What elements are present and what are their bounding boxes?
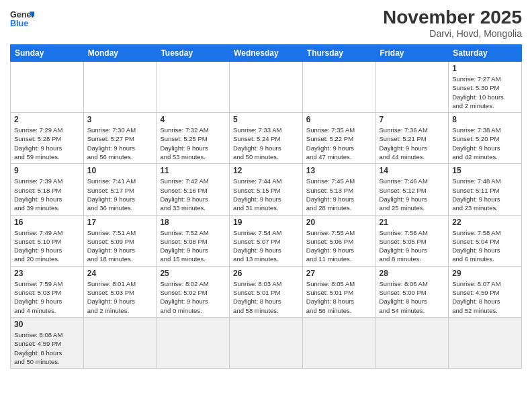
day-number: 24	[87, 269, 153, 278]
calendar-day-cell	[157, 62, 230, 113]
calendar-day-cell: 24Sunrise: 8:01 AM Sunset: 5:03 PM Dayli…	[83, 266, 157, 317]
calendar-day-cell: 3Sunrise: 7:30 AM Sunset: 5:27 PM Daylig…	[83, 113, 157, 164]
day-number: 9	[14, 166, 80, 175]
logo-icon: General Blue	[10, 7, 34, 31]
title-block: November 2025 Darvi, Hovd, Mongolia	[383, 7, 522, 39]
calendar-day-cell: 22Sunrise: 7:58 AM Sunset: 5:04 PM Dayli…	[449, 215, 522, 266]
calendar-week-row: 1Sunrise: 7:27 AM Sunset: 5:30 PM Daylig…	[11, 62, 522, 113]
calendar-week-row: 23Sunrise: 7:59 AM Sunset: 5:03 PM Dayli…	[11, 266, 522, 317]
calendar-day-cell	[375, 317, 449, 368]
calendar-day-cell: 17Sunrise: 7:51 AM Sunset: 5:09 PM Dayli…	[83, 215, 157, 266]
svg-text:Blue: Blue	[10, 19, 28, 28]
day-number: 16	[14, 218, 80, 227]
calendar-day-cell	[83, 62, 157, 113]
day-number: 8	[452, 115, 518, 124]
weekday-header-row: Sunday Monday Tuesday Wednesday Thursday…	[11, 45, 522, 62]
day-info: Sunrise: 7:52 AM Sunset: 5:08 PM Dayligh…	[160, 228, 226, 264]
calendar-day-cell: 28Sunrise: 8:06 AM Sunset: 5:00 PM Dayli…	[375, 266, 449, 317]
day-info: Sunrise: 7:44 AM Sunset: 5:15 PM Dayligh…	[233, 177, 299, 212]
day-number: 28	[380, 269, 445, 278]
day-info: Sunrise: 7:27 AM Sunset: 5:30 PM Dayligh…	[452, 75, 518, 110]
calendar-day-cell: 9Sunrise: 7:39 AM Sunset: 5:18 PM Daylig…	[11, 164, 84, 215]
calendar-day-cell: 30Sunrise: 8:08 AM Sunset: 4:59 PM Dayli…	[11, 317, 84, 368]
month-year-heading: November 2025	[383, 7, 522, 28]
day-number: 23	[14, 269, 80, 278]
day-number: 15	[452, 166, 518, 175]
day-info: Sunrise: 8:05 AM Sunset: 5:01 PM Dayligh…	[306, 279, 372, 315]
calendar-day-cell: 25Sunrise: 8:02 AM Sunset: 5:02 PM Dayli…	[157, 266, 230, 317]
day-number: 1	[452, 64, 518, 73]
day-info: Sunrise: 7:30 AM Sunset: 5:27 PM Dayligh…	[87, 126, 153, 161]
calendar-day-cell	[11, 62, 84, 113]
calendar-day-cell: 2Sunrise: 7:29 AM Sunset: 5:28 PM Daylig…	[11, 113, 84, 164]
logo: General Blue	[10, 7, 34, 31]
calendar-day-cell: 5Sunrise: 7:33 AM Sunset: 5:24 PM Daylig…	[230, 113, 303, 164]
header-sunday: Sunday	[11, 45, 84, 62]
day-number: 29	[452, 269, 518, 278]
calendar-day-cell	[302, 317, 375, 368]
header-saturday: Saturday	[449, 45, 522, 62]
day-info: Sunrise: 7:29 AM Sunset: 5:28 PM Dayligh…	[14, 126, 80, 161]
day-info: Sunrise: 7:56 AM Sunset: 5:05 PM Dayligh…	[380, 228, 445, 264]
day-info: Sunrise: 7:41 AM Sunset: 5:17 PM Dayligh…	[87, 177, 153, 212]
calendar-day-cell: 20Sunrise: 7:55 AM Sunset: 5:06 PM Dayli…	[302, 215, 375, 266]
day-number: 7	[380, 115, 445, 124]
day-info: Sunrise: 7:48 AM Sunset: 5:11 PM Dayligh…	[452, 177, 518, 212]
day-info: Sunrise: 7:55 AM Sunset: 5:06 PM Dayligh…	[306, 228, 372, 264]
calendar-day-cell: 12Sunrise: 7:44 AM Sunset: 5:15 PM Dayli…	[230, 164, 303, 215]
header-thursday: Thursday	[302, 45, 375, 62]
day-number: 19	[233, 218, 299, 227]
day-number: 27	[306, 269, 372, 278]
day-info: Sunrise: 8:08 AM Sunset: 4:59 PM Dayligh…	[14, 330, 80, 366]
calendar-day-cell	[302, 62, 375, 113]
day-info: Sunrise: 7:49 AM Sunset: 5:10 PM Dayligh…	[14, 228, 80, 264]
day-info: Sunrise: 7:54 AM Sunset: 5:07 PM Dayligh…	[233, 228, 299, 264]
day-number: 12	[233, 166, 299, 175]
calendar-day-cell: 29Sunrise: 8:07 AM Sunset: 4:59 PM Dayli…	[449, 266, 522, 317]
day-info: Sunrise: 7:58 AM Sunset: 5:04 PM Dayligh…	[452, 228, 518, 264]
calendar-day-cell	[449, 317, 522, 368]
day-info: Sunrise: 7:42 AM Sunset: 5:16 PM Dayligh…	[160, 177, 226, 212]
day-number: 11	[160, 166, 226, 175]
day-info: Sunrise: 8:01 AM Sunset: 5:03 PM Dayligh…	[87, 279, 153, 315]
calendar-day-cell: 23Sunrise: 7:59 AM Sunset: 5:03 PM Dayli…	[11, 266, 84, 317]
calendar-week-row: 9Sunrise: 7:39 AM Sunset: 5:18 PM Daylig…	[11, 164, 522, 215]
calendar-day-cell: 19Sunrise: 7:54 AM Sunset: 5:07 PM Dayli…	[230, 215, 303, 266]
calendar-day-cell: 4Sunrise: 7:32 AM Sunset: 5:25 PM Daylig…	[157, 113, 230, 164]
calendar-day-cell: 21Sunrise: 7:56 AM Sunset: 5:05 PM Dayli…	[375, 215, 449, 266]
day-number: 25	[160, 269, 226, 278]
day-number: 18	[160, 218, 226, 227]
day-number: 22	[452, 218, 518, 227]
calendar-day-cell: 7Sunrise: 7:36 AM Sunset: 5:21 PM Daylig…	[375, 113, 449, 164]
calendar-day-cell: 1Sunrise: 7:27 AM Sunset: 5:30 PM Daylig…	[449, 62, 522, 113]
calendar-day-cell: 10Sunrise: 7:41 AM Sunset: 5:17 PM Dayli…	[83, 164, 157, 215]
calendar-day-cell	[230, 317, 303, 368]
calendar-day-cell: 15Sunrise: 7:48 AM Sunset: 5:11 PM Dayli…	[449, 164, 522, 215]
calendar-day-cell	[157, 317, 230, 368]
calendar-day-cell: 26Sunrise: 8:03 AM Sunset: 5:01 PM Dayli…	[230, 266, 303, 317]
day-info: Sunrise: 8:02 AM Sunset: 5:02 PM Dayligh…	[160, 279, 226, 315]
calendar-day-cell	[375, 62, 449, 113]
header-tuesday: Tuesday	[157, 45, 230, 62]
day-number: 13	[306, 166, 372, 175]
calendar-day-cell: 14Sunrise: 7:46 AM Sunset: 5:12 PM Dayli…	[375, 164, 449, 215]
day-number: 6	[306, 115, 372, 124]
day-number: 10	[87, 166, 153, 175]
day-info: Sunrise: 7:39 AM Sunset: 5:18 PM Dayligh…	[14, 177, 80, 212]
calendar-day-cell	[83, 317, 157, 368]
day-info: Sunrise: 7:51 AM Sunset: 5:09 PM Dayligh…	[87, 228, 153, 264]
header-wednesday: Wednesday	[230, 45, 303, 62]
day-number: 3	[87, 115, 153, 124]
location-heading: Darvi, Hovd, Mongolia	[383, 28, 522, 39]
day-info: Sunrise: 7:33 AM Sunset: 5:24 PM Dayligh…	[233, 126, 299, 161]
day-number: 26	[233, 269, 299, 278]
calendar-week-row: 16Sunrise: 7:49 AM Sunset: 5:10 PM Dayli…	[11, 215, 522, 266]
header-friday: Friday	[375, 45, 449, 62]
calendar-table: Sunday Monday Tuesday Wednesday Thursday…	[10, 44, 522, 369]
day-info: Sunrise: 7:38 AM Sunset: 5:20 PM Dayligh…	[452, 126, 518, 161]
calendar-day-cell: 8Sunrise: 7:38 AM Sunset: 5:20 PM Daylig…	[449, 113, 522, 164]
day-number: 30	[14, 320, 80, 329]
day-number: 14	[380, 166, 445, 175]
page: General Blue November 2025 Darvi, Hovd, …	[0, 0, 532, 375]
day-number: 5	[233, 115, 299, 124]
